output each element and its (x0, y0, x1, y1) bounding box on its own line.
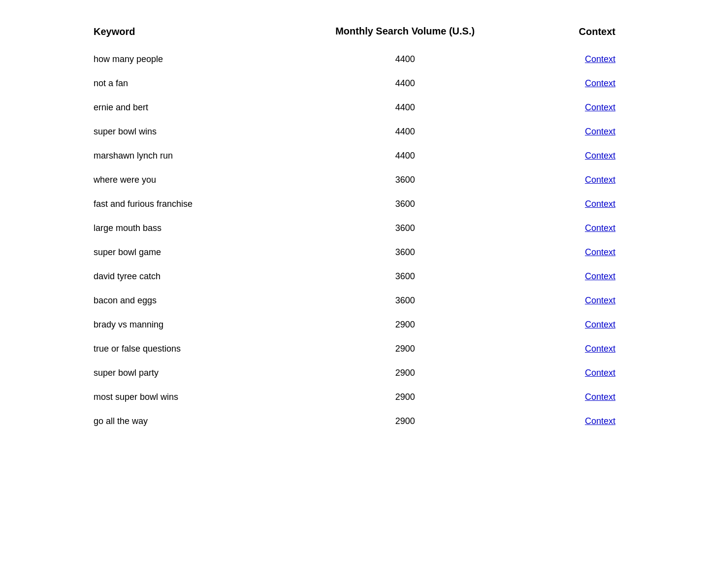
cell-volume: 2900 (276, 313, 534, 337)
context-link[interactable]: Context (585, 247, 615, 257)
cell-volume: 3600 (276, 289, 534, 313)
cell-context[interactable]: Context (534, 361, 625, 385)
context-link[interactable]: Context (585, 78, 615, 88)
context-link[interactable]: Context (585, 175, 615, 185)
cell-keyword: super bowl party (84, 361, 276, 385)
table-row: most super bowl wins2900Context (84, 385, 625, 409)
cell-volume: 2900 (276, 337, 534, 361)
cell-volume: 3600 (276, 192, 534, 216)
table-row: brady vs manning2900Context (84, 313, 625, 337)
cell-keyword: go all the way (84, 409, 276, 433)
context-link[interactable]: Context (585, 151, 615, 161)
cell-keyword: ernie and bert (84, 96, 276, 120)
cell-context[interactable]: Context (534, 264, 625, 289)
table-row: bacon and eggs3600Context (84, 289, 625, 313)
cell-volume: 2900 (276, 409, 534, 433)
cell-volume: 3600 (276, 168, 534, 192)
context-link[interactable]: Context (585, 295, 615, 305)
cell-keyword: most super bowl wins (84, 385, 276, 409)
cell-context[interactable]: Context (534, 47, 625, 71)
context-link[interactable]: Context (585, 271, 615, 281)
cell-context[interactable]: Context (534, 337, 625, 361)
table-row: marshawn lynch run4400Context (84, 144, 625, 168)
header-keyword: Keyword (84, 20, 276, 47)
cell-keyword: david tyree catch (84, 264, 276, 289)
context-link[interactable]: Context (585, 102, 615, 112)
table-row: large mouth bass3600Context (84, 216, 625, 240)
context-link[interactable]: Context (585, 368, 615, 378)
cell-keyword: how many people (84, 47, 276, 71)
cell-context[interactable]: Context (534, 409, 625, 433)
table-row: ernie and bert4400Context (84, 96, 625, 120)
cell-volume: 4400 (276, 47, 534, 71)
cell-context[interactable]: Context (534, 120, 625, 144)
cell-keyword: fast and furious franchise (84, 192, 276, 216)
cell-context[interactable]: Context (534, 71, 625, 96)
cell-volume: 3600 (276, 264, 534, 289)
cell-volume: 2900 (276, 361, 534, 385)
cell-keyword: super bowl game (84, 240, 276, 264)
table-row: go all the way2900Context (84, 409, 625, 433)
table-row: not a fan4400Context (84, 71, 625, 96)
cell-volume: 4400 (276, 120, 534, 144)
table-header-row: Keyword Monthly Search Volume (U.S.) Con… (84, 20, 625, 47)
cell-keyword: bacon and eggs (84, 289, 276, 313)
cell-keyword: brady vs manning (84, 313, 276, 337)
table-row: super bowl party2900Context (84, 361, 625, 385)
table-row: how many people4400Context (84, 47, 625, 71)
table-row: fast and furious franchise3600Context (84, 192, 625, 216)
table-row: super bowl wins4400Context (84, 120, 625, 144)
cell-keyword: not a fan (84, 71, 276, 96)
cell-volume: 4400 (276, 144, 534, 168)
cell-volume: 3600 (276, 240, 534, 264)
cell-keyword: large mouth bass (84, 216, 276, 240)
keyword-table: Keyword Monthly Search Volume (U.S.) Con… (84, 20, 625, 433)
table-row: where were you3600Context (84, 168, 625, 192)
cell-context[interactable]: Context (534, 385, 625, 409)
cell-keyword: true or false questions (84, 337, 276, 361)
table-row: super bowl game3600Context (84, 240, 625, 264)
table-row: true or false questions2900Context (84, 337, 625, 361)
cell-context[interactable]: Context (534, 216, 625, 240)
header-context: Context (534, 20, 625, 47)
cell-context[interactable]: Context (534, 144, 625, 168)
context-link[interactable]: Context (585, 416, 615, 426)
context-link[interactable]: Context (585, 223, 615, 233)
cell-keyword: super bowl wins (84, 120, 276, 144)
cell-context[interactable]: Context (534, 240, 625, 264)
context-link[interactable]: Context (585, 320, 615, 329)
context-link[interactable]: Context (585, 199, 615, 209)
context-link[interactable]: Context (585, 344, 615, 354)
cell-context[interactable]: Context (534, 192, 625, 216)
header-volume: Monthly Search Volume (U.S.) (276, 20, 534, 47)
cell-volume: 3600 (276, 216, 534, 240)
context-link[interactable]: Context (585, 54, 615, 64)
cell-context[interactable]: Context (534, 96, 625, 120)
cell-keyword: marshawn lynch run (84, 144, 276, 168)
cell-volume: 2900 (276, 385, 534, 409)
cell-keyword: where were you (84, 168, 276, 192)
cell-volume: 4400 (276, 96, 534, 120)
context-link[interactable]: Context (585, 127, 615, 136)
table-row: david tyree catch3600Context (84, 264, 625, 289)
cell-context[interactable]: Context (534, 313, 625, 337)
context-link[interactable]: Context (585, 392, 615, 402)
cell-context[interactable]: Context (534, 168, 625, 192)
cell-context[interactable]: Context (534, 289, 625, 313)
cell-volume: 4400 (276, 71, 534, 96)
main-table-container: Keyword Monthly Search Volume (U.S.) Con… (84, 20, 625, 433)
